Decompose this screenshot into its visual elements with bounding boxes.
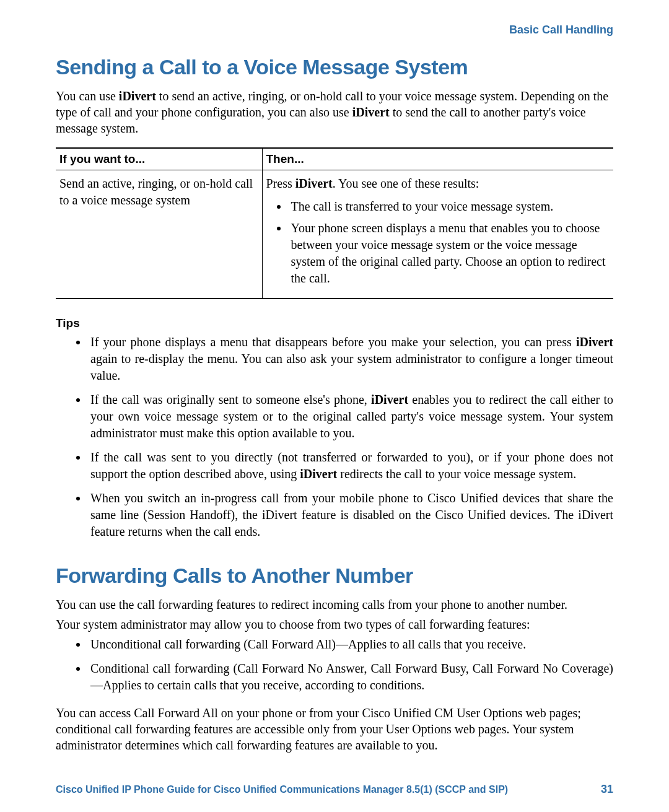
list-item: If the call was originally sent to someo… — [88, 391, 613, 442]
paragraph: Your system administrator may allow you … — [56, 616, 613, 632]
keyword-idivert: iDivert — [352, 105, 390, 119]
action-table: If you want to... Then... Send an active… — [56, 147, 613, 299]
keyword-idivert: iDivert — [300, 467, 337, 481]
table-cell-action: Press iDivert. You see one of these resu… — [262, 170, 613, 299]
keyword-idivert: iDivert — [295, 177, 333, 190]
text: You can use — [56, 89, 119, 103]
table-row: Send an active, ringing, or on-hold call… — [56, 170, 613, 299]
footer-title: Cisco Unified IP Phone Guide for Cisco U… — [56, 784, 508, 795]
intro-paragraph: You can use iDivert to send an active, r… — [56, 88, 613, 136]
text: If your phone displays a menu that disap… — [90, 335, 576, 349]
tips-list: If your phone displays a menu that disap… — [56, 334, 613, 540]
list-item: The call is transferred to your voice me… — [289, 198, 610, 215]
keyword-idivert: iDivert — [371, 393, 408, 406]
list-item: Unconditional call forwarding (Call Forw… — [88, 636, 613, 653]
keyword-idivert: iDivert — [119, 89, 156, 103]
paragraph: You can use the call forwarding features… — [56, 596, 613, 613]
text: . You see one of these results: — [333, 177, 479, 190]
list-item: If your phone displays a menu that disap… — [88, 334, 613, 384]
tips-heading: Tips — [56, 317, 613, 330]
section-heading-forwarding: Forwarding Calls to Another Number — [56, 564, 613, 588]
forwarding-types-list: Unconditional call forwarding (Call Forw… — [56, 636, 613, 694]
keyword-idivert: iDivert — [576, 335, 613, 349]
table-header-if: If you want to... — [56, 148, 262, 170]
list-item: Your phone screen displays a menu that e… — [289, 220, 610, 287]
text: Press — [266, 177, 295, 190]
paragraph: You can access Call Forward All on your … — [56, 705, 613, 753]
text: redirects the call to your voice message… — [337, 467, 576, 481]
page-footer: Cisco Unified IP Phone Guide for Cisco U… — [56, 783, 613, 796]
page: Basic Call Handling Sending a Call to a … — [0, 0, 669, 812]
table-cell-condition: Send an active, ringing, or on-hold call… — [56, 170, 262, 299]
text: again to re-display the menu. You can al… — [90, 352, 613, 382]
table-header-then: Then... — [262, 148, 613, 170]
page-number: 31 — [601, 783, 613, 796]
text: If the call was originally sent to someo… — [90, 393, 371, 406]
running-header: Basic Call Handling — [56, 24, 613, 37]
list-item: If the call was sent to you directly (no… — [88, 449, 613, 482]
section-heading-voice-message: Sending a Call to a Voice Message System — [56, 55, 613, 79]
list-item: When you switch an in-progress call from… — [88, 490, 613, 540]
list-item: Conditional call forwarding (Call Forwar… — [88, 660, 613, 694]
